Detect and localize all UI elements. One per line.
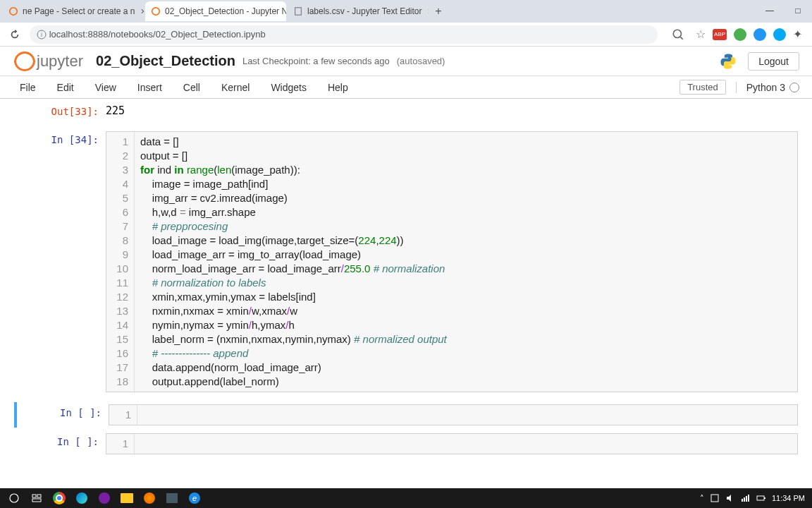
svg-rect-2 xyxy=(295,8,302,16)
autosave-text: (autosaved) xyxy=(397,56,445,66)
task-view-icon[interactable] xyxy=(27,490,47,507)
kernel-status-icon xyxy=(789,83,799,92)
browser-tab[interactable]: 02_Object_Detection - Jupyter N × xyxy=(145,1,286,21)
line-gutter: 1 xyxy=(109,405,137,425)
code-editor[interactable]: 1 xyxy=(106,433,798,454)
tab-title: 02_Object_Detection - Jupyter N xyxy=(165,6,286,16)
browser-tab-strip: ne Page - Select or create a n × 02_Obje… xyxy=(0,0,812,23)
code-editor[interactable]: 123456789101112131415161718 data = []out… xyxy=(106,131,798,392)
tray-icon[interactable] xyxy=(710,493,720,503)
tray-chevron-icon[interactable]: ˄ xyxy=(700,494,704,503)
menu-file[interactable]: File xyxy=(13,79,43,96)
svg-rect-15 xyxy=(748,495,749,502)
svg-rect-14 xyxy=(746,496,747,502)
tab-title: labels.csv - Jupyter Text Editor xyxy=(307,6,422,16)
kernel-indicator[interactable]: Python 3 xyxy=(736,82,799,93)
maximize-button[interactable]: □ xyxy=(784,0,812,21)
svg-rect-9 xyxy=(37,495,41,497)
file-favicon xyxy=(293,6,303,16)
close-icon[interactable]: × xyxy=(428,6,429,17)
browser-tab[interactable]: ne Page - Select or create a n × xyxy=(3,1,144,21)
python-logo-icon xyxy=(718,52,738,71)
svg-rect-11 xyxy=(711,495,718,502)
svg-rect-13 xyxy=(744,497,745,502)
app-icon[interactable] xyxy=(94,490,114,507)
notebook-container: Out[33]: 225 In [34]: 123456789101112131… xyxy=(0,99,812,494)
kernel-name: Python 3 xyxy=(746,82,785,93)
explorer-icon[interactable] xyxy=(117,490,137,507)
clock[interactable]: 11:34 PM xyxy=(772,494,805,502)
windows-taskbar: e ˄ 11:34 PM xyxy=(0,488,812,508)
output-value: 225 xyxy=(106,103,798,119)
volume-icon[interactable] xyxy=(725,493,735,503)
browser-tab[interactable]: labels.csv - Jupyter Text Editor × xyxy=(288,1,429,21)
menu-insert[interactable]: Insert xyxy=(130,79,169,96)
zoom-icon[interactable] xyxy=(672,28,684,41)
url-text: localhost:8888/notebooks/02_Object_Detec… xyxy=(49,29,266,40)
menu-widgets[interactable]: Widgets xyxy=(264,79,314,96)
menu-bar: File Edit View Insert Cell Kernel Widget… xyxy=(0,76,812,99)
menu-help[interactable]: Help xyxy=(321,79,355,96)
code-cell[interactable]: In [ ]: 1 xyxy=(14,402,798,428)
firefox-icon[interactable] xyxy=(140,490,159,507)
tab-title: ne Page - Select or create a n xyxy=(23,6,135,16)
battery-icon[interactable] xyxy=(756,493,766,503)
input-prompt: In [ ]: xyxy=(17,404,109,425)
line-gutter: 1 xyxy=(106,434,135,454)
code-content[interactable]: data = []output = []for ind in range(len… xyxy=(135,132,453,392)
jupyter-logo-icon xyxy=(13,52,32,71)
svg-point-0 xyxy=(10,8,18,16)
svg-rect-16 xyxy=(757,496,764,500)
output-prompt: Out[33]: xyxy=(14,103,106,119)
jupyter-favicon xyxy=(151,6,161,16)
star-icon[interactable]: ☆ xyxy=(696,28,706,41)
abp-extension-icon[interactable]: ABP xyxy=(713,29,727,40)
output-cell: Out[33]: 225 xyxy=(14,103,798,119)
input-prompt: In [ ]: xyxy=(14,433,106,454)
ie-icon[interactable]: e xyxy=(185,490,204,507)
extensions-icon[interactable]: ✦ xyxy=(793,28,802,41)
extension-icon[interactable] xyxy=(753,28,766,41)
edge-icon[interactable] xyxy=(72,490,92,507)
line-gutter: 123456789101112131415161718 xyxy=(106,132,135,392)
svg-text:i: i xyxy=(41,31,42,38)
logout-button[interactable]: Logout xyxy=(748,52,799,71)
svg-point-7 xyxy=(10,494,18,502)
url-input[interactable]: i localhost:8888/notebooks/02_Object_Det… xyxy=(30,25,658,44)
app-icon[interactable] xyxy=(162,490,182,507)
code-cell[interactable]: In [34]: 123456789101112131415161718 dat… xyxy=(14,131,798,392)
trusted-badge[interactable]: Trusted xyxy=(679,80,726,95)
code-cell[interactable]: In [ ]: 1 xyxy=(14,433,798,454)
svg-rect-12 xyxy=(742,499,743,502)
checkpoint-text: Last Checkpoint: a few seconds ago xyxy=(242,56,390,66)
extension-icon[interactable] xyxy=(734,28,746,41)
start-button[interactable] xyxy=(4,490,24,507)
notebook-title[interactable]: 02_Object_Detection xyxy=(96,53,235,69)
svg-rect-8 xyxy=(32,495,36,497)
reload-icon[interactable] xyxy=(8,28,21,41)
code-content[interactable] xyxy=(135,434,149,454)
code-editor[interactable]: 1 xyxy=(109,404,798,425)
jupyter-brand: jupyter xyxy=(37,52,83,71)
close-icon[interactable]: × xyxy=(140,6,144,17)
svg-rect-17 xyxy=(764,497,765,499)
jupyter-logo[interactable]: jupyter xyxy=(13,52,83,71)
svg-point-5 xyxy=(673,30,681,37)
menu-view[interactable]: View xyxy=(88,79,123,96)
extension-icon[interactable] xyxy=(773,28,786,41)
code-content[interactable] xyxy=(137,405,152,425)
minimize-button[interactable]: — xyxy=(756,0,784,21)
jupyter-favicon xyxy=(8,6,18,16)
svg-rect-10 xyxy=(32,499,41,502)
new-tab-button[interactable]: + xyxy=(430,5,447,18)
svg-line-6 xyxy=(680,37,682,39)
address-bar: i localhost:8888/notebooks/02_Object_Det… xyxy=(0,23,812,47)
menu-kernel[interactable]: Kernel xyxy=(214,79,257,96)
jupyter-header: jupyter 02_Object_Detection Last Checkpo… xyxy=(0,47,812,76)
network-icon[interactable] xyxy=(741,493,751,503)
svg-point-1 xyxy=(152,8,160,16)
input-prompt: In [34]: xyxy=(14,131,106,392)
chrome-icon[interactable] xyxy=(49,490,69,507)
menu-edit[interactable]: Edit xyxy=(50,79,81,96)
menu-cell[interactable]: Cell xyxy=(176,79,207,96)
